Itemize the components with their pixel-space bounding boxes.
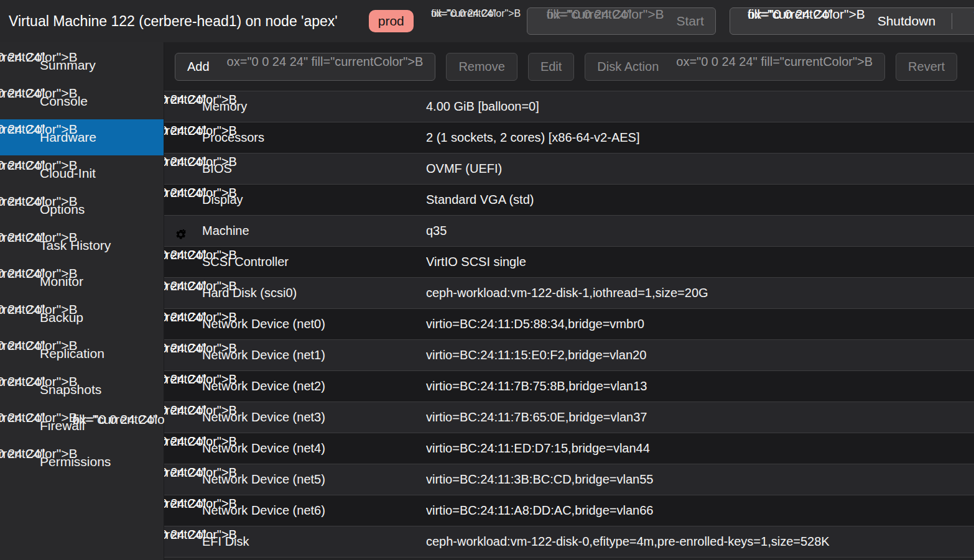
row-label: Processors xyxy=(202,131,426,145)
caret-right-icon: ox="0 0 24 24" fill="currentColor">B xyxy=(121,420,141,432)
vm-tag-badge[interactable]: prod xyxy=(369,10,414,32)
sidebar-nav: ox="0 0 24 24" fill="currentColor">B Sum… xyxy=(0,42,164,560)
row-label: Machine xyxy=(202,224,426,238)
toolbar-button-disk-action[interactable]: Disk Action ox="0 0 24 24" fill="current… xyxy=(585,53,885,81)
table-row[interactable]: ox="0 0 24 24" fill="currentColor">B SCS… xyxy=(164,246,974,277)
button-divider xyxy=(952,13,952,30)
toolbar-button-revert[interactable]: Revert ox="0 0 24 24" fill="currentColor… xyxy=(896,53,957,81)
table-row[interactable]: ox="0 0 24 24" fill="currentColor">B Net… xyxy=(164,464,974,495)
chevron-down-icon: ox="0 0 24 24" fill="currentColor">B xyxy=(666,62,873,72)
cloud-icon: ox="0 0 24 24" fill="currentColor">B xyxy=(9,165,29,181)
eye-icon: ox="0 0 24 24" fill="currentColor">B xyxy=(9,273,29,290)
sidebar-item-label: Options xyxy=(40,202,85,217)
main-area: ox="0 0 24 24" fill="currentColor">B Sum… xyxy=(0,42,974,560)
table-row[interactable]: ox="0 0 24 24" fill="currentColor">B EFI… xyxy=(164,526,974,557)
toolbar-button-edit[interactable]: Edit ox="0 0 24 24" fill="currentColor">… xyxy=(528,53,574,81)
table-row[interactable]: ox="0 0 24 24" fill="currentColor">B Dis… xyxy=(164,184,974,215)
sidebar-item-label: Backup xyxy=(40,310,83,325)
cogs-icon: ox="0 0 24 24" fill="currentColor">B xyxy=(172,224,190,239)
toolbar-button-label: Add xyxy=(187,60,210,74)
row-value: ceph-workload:vm-122-disk-1,iothread=1,s… xyxy=(426,286,974,300)
proxmox-vm-page: Virtual Machine 122 (cerbere-head1) on n… xyxy=(0,0,974,560)
row-label: Memory xyxy=(202,99,426,114)
table-row[interactable]: ox="0 0 24 24" fill="currentColor">B Net… xyxy=(164,402,974,433)
row-value: virtio=BC:24:11:7B:65:0E,bridge=vlan37 xyxy=(426,410,974,425)
page-title: Virtual Machine 122 (cerbere-head1) on n… xyxy=(9,13,338,30)
hdd-icon: ox="0 0 24 24" fill="currentColor">B xyxy=(172,286,190,301)
row-label: Network Device (net5) xyxy=(202,472,426,487)
sidebar-item-label: Console xyxy=(40,94,88,109)
shutdown-button-label: Shutdown xyxy=(878,14,935,29)
sidebar-item-label: Summary xyxy=(40,58,96,73)
unlock-icon: ox="0 0 24 24" fill="currentColor">B xyxy=(9,454,29,470)
row-label: Network Device (net6) xyxy=(202,503,426,518)
hardware-table: ox="0 0 24 24" fill="currentColor">B Mem… xyxy=(164,91,974,560)
display-icon: ox="0 0 24 24" fill="currentColor">B xyxy=(172,193,190,208)
hardware-toolbar: Add ox="0 0 24 24" fill="currentColor">B… xyxy=(164,42,974,91)
sidebar-item-backup[interactable]: ox="0 0 24 24" fill="currentColor">B Bac… xyxy=(0,300,164,336)
hdd-icon: ox="0 0 24 24" fill="currentColor">B xyxy=(172,535,190,549)
toolbar-button-remove[interactable]: Remove ox="0 0 24 24" fill="currentColor… xyxy=(446,53,517,81)
network-icon: ox="0 0 24 24" fill="currentColor">B xyxy=(172,503,190,518)
row-label: BIOS xyxy=(202,162,426,176)
network-icon: ox="0 0 24 24" fill="currentColor">B xyxy=(172,348,190,363)
sidebar-item-firewall[interactable]: ox="0 0 24 24" fill="currentColor">B Fir… xyxy=(0,408,164,444)
list-icon: ox="0 0 24 24" fill="currentColor">B xyxy=(9,237,29,254)
network-icon: ox="0 0 24 24" fill="currentColor">B xyxy=(172,441,190,456)
sidebar-item-console[interactable]: ox="0 0 24 24" fill="currentColor">B Con… xyxy=(0,83,164,119)
table-row[interactable]: ox="0 0 24 24" fill="currentColor">B Net… xyxy=(164,339,974,370)
row-label: Network Device (net2) xyxy=(202,379,426,393)
sidebar-item-task-history[interactable]: ox="0 0 24 24" fill="currentColor">B Tas… xyxy=(0,227,164,264)
table-row[interactable]: ox="0 0 24 24" fill="currentColor">B Mem… xyxy=(164,91,974,122)
row-label: Network Device (net3) xyxy=(202,410,426,425)
chevron-down-icon: ox="0 0 24 24" fill="currentColor">B xyxy=(216,62,424,72)
pencil-icon[interactable]: ox="0 0 24 24" fill="currentColor">B xyxy=(422,14,527,29)
row-value: OVMF (UEFI) xyxy=(426,162,974,176)
page-header: Virtual Machine 122 (cerbere-head1) on n… xyxy=(0,0,974,42)
toolbar-button-label: Remove xyxy=(458,60,504,74)
header-actions: ox="0 0 24 24" fill="currentColor">B Sta… xyxy=(527,7,974,35)
sidebar-item-replication[interactable]: ox="0 0 24 24" fill="currentColor">B Rep… xyxy=(0,336,164,372)
sidebar-item-options[interactable]: ox="0 0 24 24" fill="currentColor">B Opt… xyxy=(0,191,164,227)
sidebar-item-label: Hardware xyxy=(40,130,96,145)
sidebar-item-label: Permissions xyxy=(40,454,111,469)
row-value: virtio=BC:24:11:A8:DD:AC,bridge=vlan66 xyxy=(426,503,974,518)
toolbar-button-label: Disk Action xyxy=(597,60,659,74)
table-row[interactable]: ox="0 0 24 24" fill="currentColor">B Net… xyxy=(164,433,974,464)
toolbar-button-add[interactable]: Add ox="0 0 24 24" fill="currentColor">B xyxy=(175,53,435,81)
table-row[interactable]: ox="0 0 24 24" fill="currentColor">B Pro… xyxy=(164,122,974,153)
sidebar-item-hardware[interactable]: ox="0 0 24 24" fill="currentColor">B Har… xyxy=(0,119,164,155)
table-row[interactable]: ox="0 0 24 24" fill="currentColor">B Net… xyxy=(164,495,974,526)
table-row[interactable]: ox="0 0 24 24" fill="currentColor">B Har… xyxy=(164,277,974,308)
row-label: Hard Disk (scsi0) xyxy=(202,286,426,300)
sidebar-item-label: Task History xyxy=(40,238,111,253)
table-row[interactable]: ox="0 0 24 24" fill="currentColor">B Net… xyxy=(164,370,974,402)
sidebar-item-cloud-init[interactable]: ox="0 0 24 24" fill="currentColor">B Clo… xyxy=(0,155,164,191)
desktop-icon: ox="0 0 24 24" fill="currentColor">B xyxy=(9,129,29,145)
shutdown-dropdown-toggle[interactable]: ox="0 0 24 24" fill="currentColor">B xyxy=(959,8,974,34)
row-value: Standard VGA (std) xyxy=(426,193,974,207)
content-panel: Add ox="0 0 24 24" fill="currentColor">B… xyxy=(164,42,974,560)
floppy-icon: ox="0 0 24 24" fill="currentColor">B xyxy=(9,310,29,326)
row-value: virtio=BC:24:11:ED:D7:15,bridge=vlan44 xyxy=(426,441,974,456)
memory-icon: ox="0 0 24 24" fill="currentColor">B xyxy=(172,99,190,114)
database-icon: ox="0 0 24 24" fill="currentColor">B xyxy=(172,255,190,270)
row-value: q35 xyxy=(426,224,974,238)
sidebar-item-snapshots[interactable]: ox="0 0 24 24" fill="currentColor">B Sna… xyxy=(0,372,164,408)
network-icon: ox="0 0 24 24" fill="currentColor">B xyxy=(172,317,190,332)
table-row[interactable]: ox="0 0 24 24" fill="currentColor">B Mac… xyxy=(164,215,974,246)
sidebar-item-permissions[interactable]: ox="0 0 24 24" fill="currentColor">B Per… xyxy=(0,444,164,480)
history-icon: ox="0 0 24 24" fill="currentColor">B xyxy=(9,382,29,398)
start-button[interactable]: ox="0 0 24 24" fill="currentColor">B Sta… xyxy=(527,7,716,35)
row-value: ceph-workload:vm-122-disk-0,efitype=4m,p… xyxy=(426,535,974,549)
table-row[interactable]: ox="0 0 24 24" fill="currentColor">B Net… xyxy=(164,308,974,339)
shutdown-button[interactable]: ox="0 0 24 24" fill="currentColor">B Shu… xyxy=(730,8,945,34)
row-value: VirtIO SCSI single xyxy=(426,255,974,269)
table-row[interactable]: ox="0 0 24 24" fill="currentColor">B BIO… xyxy=(164,153,974,184)
sidebar-item-monitor[interactable]: ox="0 0 24 24" fill="currentColor">B Mon… xyxy=(0,264,164,300)
power-icon: ox="0 0 24 24" fill="currentColor">B xyxy=(740,14,871,28)
row-label: EFI Disk xyxy=(202,535,426,549)
sidebar-item-summary[interactable]: ox="0 0 24 24" fill="currentColor">B Sum… xyxy=(0,47,164,83)
toolbar-button-label: Edit xyxy=(540,60,562,74)
start-button-label: Start xyxy=(676,14,703,29)
